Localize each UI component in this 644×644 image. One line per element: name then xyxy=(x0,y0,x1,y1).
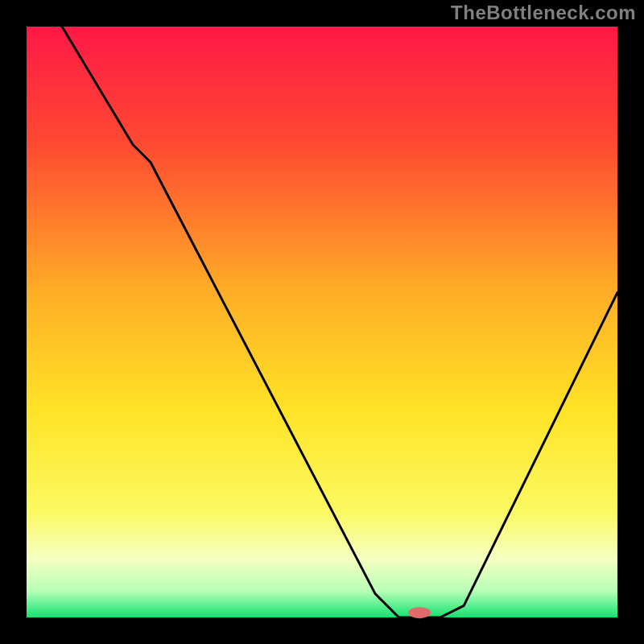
watermark-text: TheBottleneck.com xyxy=(451,2,636,24)
bottleneck-chart xyxy=(0,0,644,644)
optimal-marker xyxy=(408,607,431,618)
figure: TheBottleneck.com xyxy=(0,0,644,644)
